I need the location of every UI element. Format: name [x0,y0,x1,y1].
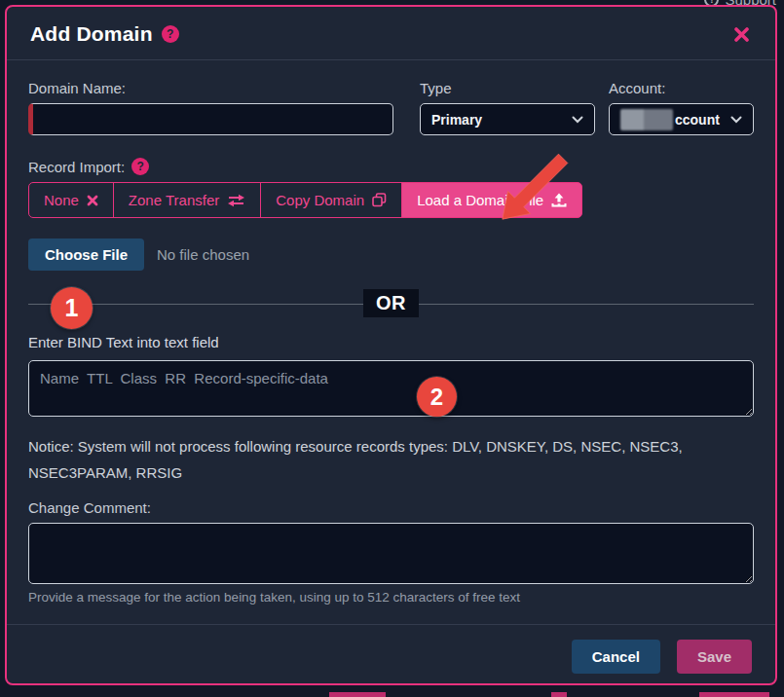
background-fragment [551,692,567,697]
copy-icon [372,193,387,207]
modal-footer: Cancel Save [7,624,775,685]
or-badge: OR [363,289,419,317]
domain-name-input[interactable] [28,103,393,135]
account-selected-value: ccount [675,112,720,128]
chevron-down-icon [730,116,742,124]
file-status-text: No file chosen [157,246,249,263]
account-select[interactable]: ccount [609,103,754,135]
change-comment-input[interactable] [28,523,754,584]
option-copy-domain-button[interactable]: Copy Domain [260,182,402,218]
add-domain-modal: Add Domain ? Domain Name: Type Primary A… [5,5,777,685]
change-comment-label: Change Comment: [28,499,754,516]
option-copy-domain-label: Copy Domain [276,192,364,208]
type-label: Type [420,80,595,96]
redacted-account-name [620,109,673,130]
option-none-label: None [44,192,79,208]
background-fragment [329,692,386,697]
transfer-icon [227,194,245,207]
option-zone-transfer-label: Zone Transfer [129,192,219,208]
comment-helper-text: Provide a message for the action being t… [28,590,754,605]
modal-title: Add Domain [30,22,153,46]
annotation-step-2: 2 [417,377,457,417]
annotation-step-1: 1 [51,287,93,329]
or-divider: OR [28,287,754,319]
record-import-help-icon[interactable]: ? [131,158,149,175]
save-button[interactable]: Save [677,640,752,674]
close-icon[interactable] [731,24,752,45]
account-label: Account: [609,80,754,96]
x-icon [87,195,98,206]
choose-file-button[interactable]: Choose File [28,238,144,271]
type-selected-value: Primary [431,112,482,128]
domain-name-label: Domain Name: [28,80,393,96]
modal-body: Domain Name: Type Primary Account: ccoun… [7,60,775,605]
cancel-button[interactable]: Cancel [572,640,660,674]
bind-text-input[interactable] [28,360,754,417]
annotation-arrow-icon [488,149,578,229]
modal-header: Add Domain ? [7,7,775,60]
chevron-down-icon [572,116,583,124]
record-import-options: None Zone Transfer Copy Domain Load a Do… [28,182,754,218]
type-select[interactable]: Primary [420,103,595,135]
background-fragment [699,692,769,697]
record-import-label: Record Import: [28,159,125,175]
title-help-icon[interactable]: ? [162,25,179,43]
bind-text-label: Enter BIND Text into text field [28,334,754,350]
option-none-button[interactable]: None [28,182,114,218]
notice-text: Notice: System will not process followin… [28,433,739,486]
option-zone-transfer-button[interactable]: Zone Transfer [113,182,261,218]
